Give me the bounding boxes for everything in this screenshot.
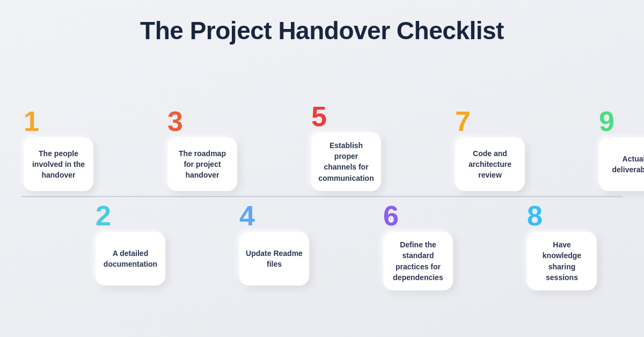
number-2: 2 xyxy=(96,202,111,230)
card-8: Have knowledge sharing sessions xyxy=(527,232,597,290)
card-text-1: The people involved in the handover xyxy=(30,148,87,181)
checklist-col-7: 7Code and architecture review xyxy=(453,67,525,326)
card-text-6: Define the standard practices for depend… xyxy=(390,239,447,283)
number-1: 1 xyxy=(24,107,39,135)
card-6: Define the standard practices for depend… xyxy=(383,232,453,290)
checklist-col-8: 8Have knowledge sharing sessions xyxy=(525,67,597,326)
number-8: 8 xyxy=(527,202,543,230)
page-title: The Project Handover Checklist xyxy=(140,16,504,45)
checklist-col-2: 2A detailed documentation xyxy=(93,67,165,326)
card-7: Code and architecture review xyxy=(455,137,525,191)
card-text-5: Establish proper channels for communicat… xyxy=(318,140,375,184)
card-text-2: A detailed documentation xyxy=(102,248,159,270)
card-4: Update Readme files xyxy=(239,232,309,285)
checklist-col-9: 9Actual deliverables xyxy=(597,67,644,326)
card-1: The people involved in the handover xyxy=(24,137,93,191)
card-3: The roadmap for project handover xyxy=(167,137,237,191)
page: The Project Handover Checklist 1The peop… xyxy=(0,0,644,337)
checklist-col-1: 1The people involved in the handover xyxy=(21,67,93,326)
checklist-col-6: 6Define the standard practices for depen… xyxy=(381,67,453,326)
number-6: 6 xyxy=(383,202,399,230)
number-7: 7 xyxy=(455,107,471,135)
number-5: 5 xyxy=(311,102,327,130)
card-text-9: Actual deliverables xyxy=(605,153,644,175)
checklist-col-3: 3The roadmap for project handover xyxy=(165,67,237,326)
number-9: 9 xyxy=(599,107,614,135)
card-text-7: Code and architecture review xyxy=(462,148,518,181)
checklist-col-4: 4Update Readme files xyxy=(237,67,309,326)
number-3: 3 xyxy=(167,107,183,135)
card-text-8: Have knowledge sharing sessions xyxy=(533,239,590,283)
card-2: A detailed documentation xyxy=(96,232,165,285)
checklist-col-5: 5Establish proper channels for communica… xyxy=(309,67,381,326)
card-text-4: Update Readme files xyxy=(246,248,303,270)
card-9: Actual deliverables xyxy=(599,137,644,191)
checklist-area: 1The people involved in the handover2A d… xyxy=(21,67,623,326)
card-text-3: The roadmap for project handover xyxy=(174,148,231,181)
card-5: Establish proper channels for communicat… xyxy=(311,133,381,191)
number-4: 4 xyxy=(239,202,255,230)
